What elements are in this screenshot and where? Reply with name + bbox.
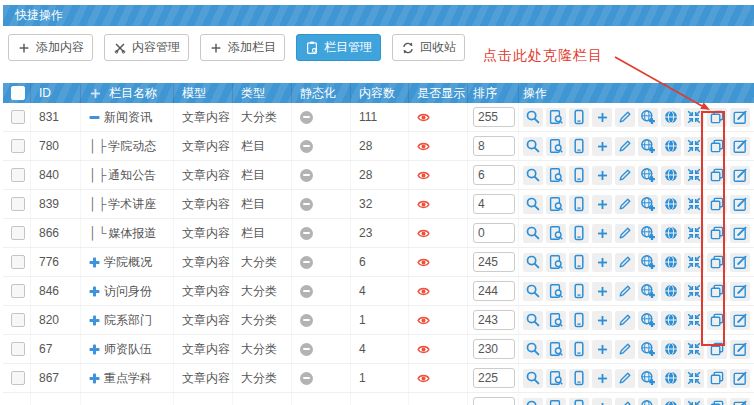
op-edit-square-button[interactable]	[730, 108, 750, 127]
op-globe-plus-button[interactable]	[638, 340, 658, 359]
op-globe-button[interactable]	[661, 166, 681, 185]
op-pencil-button[interactable]	[615, 195, 635, 214]
eye-icon[interactable]	[417, 169, 430, 182]
name-plus-icon[interactable]	[89, 315, 100, 326]
op-mobile-button[interactable]	[569, 282, 589, 301]
eye-icon[interactable]	[417, 372, 430, 385]
op-pencil-button[interactable]	[615, 166, 635, 185]
op-plus-button[interactable]	[592, 282, 612, 301]
sort-input[interactable]	[473, 107, 515, 127]
op-edit-square-button[interactable]	[730, 369, 750, 388]
op-search-button[interactable]	[523, 108, 543, 127]
op-edit-square-button[interactable]	[730, 282, 750, 301]
op-file-search-button[interactable]	[546, 253, 566, 272]
op-arrows-in-button[interactable]	[684, 137, 704, 156]
op-file-search-button[interactable]	[546, 108, 566, 127]
op-file-search-button[interactable]	[546, 166, 566, 185]
op-plus-button[interactable]	[592, 311, 612, 330]
op-plus-button[interactable]	[592, 166, 612, 185]
toolbar-button-content-manage[interactable]: 内容管理	[104, 34, 189, 61]
op-mobile-button[interactable]	[569, 195, 589, 214]
op-arrows-in-button[interactable]	[684, 253, 704, 272]
op-globe-button[interactable]	[661, 195, 681, 214]
row-checkbox[interactable]	[11, 168, 25, 182]
name-minus-icon[interactable]	[89, 112, 100, 123]
sort-input[interactable]	[473, 194, 515, 214]
op-search-button[interactable]	[523, 166, 543, 185]
name-plus-icon[interactable]	[89, 257, 100, 268]
op-mobile-button[interactable]	[569, 398, 589, 405]
op-plus-button[interactable]	[592, 369, 612, 388]
static-disabled-icon[interactable]	[300, 372, 313, 385]
toolbar-button-add-column[interactable]: 添加栏目	[200, 34, 285, 61]
op-globe-plus-button[interactable]	[638, 108, 658, 127]
op-copy-button[interactable]	[707, 311, 727, 330]
sort-input[interactable]	[473, 310, 515, 330]
static-disabled-icon[interactable]	[300, 111, 313, 124]
op-arrows-in-button[interactable]	[684, 369, 704, 388]
op-copy-button[interactable]	[707, 369, 727, 388]
toolbar-button-column-manage[interactable]: 栏目管理	[296, 34, 381, 61]
eye-icon[interactable]	[417, 343, 430, 356]
row-checkbox[interactable]	[11, 342, 25, 356]
op-mobile-button[interactable]	[569, 311, 589, 330]
sort-input[interactable]	[473, 223, 515, 243]
row-checkbox[interactable]	[11, 226, 25, 240]
op-pencil-button[interactable]	[615, 398, 635, 405]
op-pencil-button[interactable]	[615, 224, 635, 243]
op-arrows-in-button[interactable]	[684, 195, 704, 214]
eye-icon[interactable]	[417, 227, 430, 240]
eye-icon[interactable]	[417, 256, 430, 269]
op-search-button[interactable]	[523, 137, 543, 156]
op-pencil-button[interactable]	[615, 253, 635, 272]
op-globe-plus-button[interactable]	[638, 253, 658, 272]
sort-input[interactable]	[473, 397, 515, 405]
op-plus-button[interactable]	[592, 137, 612, 156]
op-file-search-button[interactable]	[546, 137, 566, 156]
op-arrows-in-button[interactable]	[684, 224, 704, 243]
op-copy-button[interactable]	[707, 282, 727, 301]
op-globe-button[interactable]	[661, 311, 681, 330]
row-checkbox[interactable]	[11, 110, 25, 124]
op-search-button[interactable]	[523, 340, 543, 359]
op-copy-button[interactable]	[707, 195, 727, 214]
op-file-search-button[interactable]	[546, 195, 566, 214]
name-plus-icon[interactable]	[89, 373, 100, 384]
op-pencil-button[interactable]	[615, 340, 635, 359]
op-edit-square-button[interactable]	[730, 340, 750, 359]
name-plus-icon[interactable]	[89, 344, 100, 355]
op-globe-button[interactable]	[661, 108, 681, 127]
op-globe-button[interactable]	[661, 224, 681, 243]
eye-icon[interactable]	[417, 285, 430, 298]
select-all-checkbox[interactable]	[11, 86, 25, 100]
name-plus-icon[interactable]	[89, 286, 100, 297]
op-plus-button[interactable]	[592, 398, 612, 405]
row-checkbox[interactable]	[11, 284, 25, 298]
sort-input[interactable]	[473, 252, 515, 272]
op-search-button[interactable]	[523, 369, 543, 388]
op-mobile-button[interactable]	[569, 253, 589, 272]
op-plus-button[interactable]	[592, 253, 612, 272]
op-plus-button[interactable]	[592, 108, 612, 127]
op-arrows-in-button[interactable]	[684, 108, 704, 127]
static-disabled-icon[interactable]	[300, 140, 313, 153]
static-disabled-icon[interactable]	[300, 256, 313, 269]
op-file-search-button[interactable]	[546, 340, 566, 359]
op-edit-square-button[interactable]	[730, 398, 750, 405]
op-arrows-in-button[interactable]	[684, 311, 704, 330]
op-search-button[interactable]	[523, 282, 543, 301]
op-arrows-in-button[interactable]	[684, 166, 704, 185]
row-checkbox[interactable]	[11, 197, 25, 211]
op-pencil-button[interactable]	[615, 137, 635, 156]
sort-input[interactable]	[473, 165, 515, 185]
op-globe-button[interactable]	[661, 137, 681, 156]
op-mobile-button[interactable]	[569, 137, 589, 156]
op-arrows-in-button[interactable]	[684, 340, 704, 359]
op-globe-plus-button[interactable]	[638, 369, 658, 388]
op-globe-plus-button[interactable]	[638, 137, 658, 156]
sort-input[interactable]	[473, 339, 515, 359]
op-copy-button[interactable]	[707, 340, 727, 359]
static-disabled-icon[interactable]	[300, 198, 313, 211]
op-copy-button[interactable]	[707, 398, 727, 405]
op-edit-square-button[interactable]	[730, 253, 750, 272]
